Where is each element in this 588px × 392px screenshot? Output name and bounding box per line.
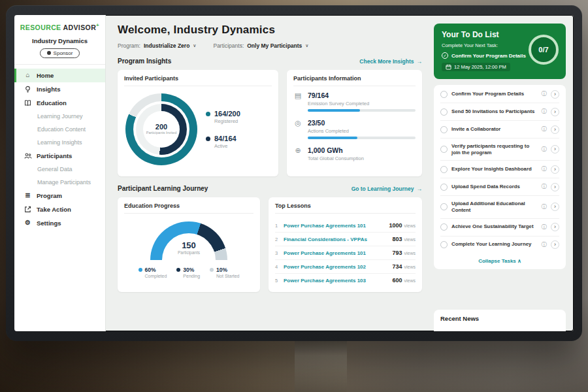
task-row-upload-spend-data[interactable]: Upload Spend Data Records ⓘ › [440, 178, 559, 196]
chevron-up-icon: ∧ [517, 258, 521, 264]
lesson-link[interactable]: Power Purchase Agreements 101 [284, 223, 389, 229]
sidebar-item-general-data[interactable]: General Data [14, 163, 105, 176]
task-row-achieve-sustainability-target[interactable]: Achieve One Sustainability Target ⓘ › [440, 219, 559, 237]
info-icon[interactable]: ⓘ [542, 108, 547, 116]
sidebar-item-label: General Data [37, 166, 73, 172]
lesson-views-suffix: views [404, 265, 416, 269]
lesson-views-suffix: views [404, 251, 416, 255]
task-label: Complete Your Learning Journey [451, 241, 538, 248]
lesson-row: 2 Financial Considerations - VPPAs 803 v… [275, 233, 416, 246]
info-icon[interactable]: ⓘ [542, 165, 547, 173]
checkbox-icon[interactable] [440, 241, 448, 248]
arrow-right-icon: → [417, 186, 423, 192]
stat-global-consumption: ⊕ 1,000 GWh Total Global Consumption [293, 146, 416, 164]
invited-donut-ring-inner: 200 Participants Invited [136, 104, 187, 155]
checkbox-icon[interactable] [440, 146, 448, 153]
task-row-explore-insights[interactable]: Explore Your Insights Dashboard ⓘ › [440, 161, 559, 178]
info-icon[interactable]: ⓘ [542, 146, 547, 154]
lesson-views-suffix: views [404, 237, 416, 242]
lesson-views: 793 [392, 250, 402, 256]
arrow-right-icon: → [417, 58, 423, 65]
task-row-complete-learning-journey[interactable]: Complete Your Learning Journey ⓘ › [440, 237, 559, 253]
info-icon[interactable]: ⓘ [542, 183, 547, 191]
sidebar-item-label: Take Action [37, 206, 71, 213]
insights-cards-row: Invited Participants 200 Participants In… [118, 70, 422, 176]
chevron-right-icon[interactable]: › [551, 203, 559, 211]
sidebar-item-program[interactable]: ≣ Program [14, 189, 105, 203]
stat-value: 23/50 [308, 119, 416, 127]
task-row-verify-participants[interactable]: Verify participants requesting to join t… [440, 139, 559, 161]
checkbox-icon[interactable] [440, 203, 448, 210]
checkbox-icon[interactable] [440, 108, 448, 116]
lesson-link[interactable]: Power Purchase Agreements 102 [284, 264, 392, 270]
checkbox-icon[interactable] [440, 184, 448, 191]
logo-plus: + [96, 22, 99, 28]
lesson-link[interactable]: Power Purchase Agreements 101 [284, 250, 392, 256]
lesson-link[interactable]: Financial Considerations - VPPAs [284, 237, 392, 242]
sidebar-item-take-action[interactable]: Take Action [14, 203, 105, 216]
info-icon[interactable]: ⓘ [542, 223, 547, 231]
info-icon[interactable]: ⓘ [542, 203, 547, 211]
participants-filter-dropdown[interactable]: Participants: Only My Participants ∨ [213, 42, 308, 49]
checkbox-icon[interactable] [440, 166, 448, 173]
sidebar-item-settings[interactable]: ⚙ Settings [14, 216, 105, 230]
chevron-right-icon[interactable]: › [551, 240, 559, 249]
sponsor-badge[interactable]: Sponsor [40, 48, 80, 58]
sidebar-item-home[interactable]: ⌂ Home [14, 69, 105, 82]
info-icon[interactable]: ⓘ [542, 241, 547, 249]
chevron-right-icon[interactable]: › [551, 165, 559, 174]
info-icon[interactable]: ⓘ [542, 125, 547, 133]
check-more-insights-link[interactable]: Check More Insights → [359, 58, 422, 65]
checkbox-icon[interactable] [440, 126, 448, 133]
legend-completed: 60% Completed [139, 267, 167, 278]
task-row-confirm-program[interactable]: Confirm Your Program Details ⓘ › [440, 86, 559, 103]
education-progress-gauge: 150 Participants 60% Completed [124, 219, 253, 278]
participants-filter-label: Participants: [213, 42, 244, 49]
gauge-center-label: Participants [178, 250, 200, 255]
lesson-rank: 2 [275, 237, 284, 242]
chevron-right-icon[interactable]: › [551, 145, 559, 154]
checkbox-icon[interactable] [440, 223, 448, 231]
card-title: Education Progress [124, 203, 253, 214]
chevron-right-icon[interactable]: › [551, 223, 559, 231]
recent-news-card: Recent News [434, 310, 566, 331]
info-icon[interactable]: ⓘ [542, 90, 547, 98]
task-row-invite-collaborator[interactable]: Invite a Collaborator ⓘ › [440, 121, 559, 139]
chevron-right-icon[interactable]: › [551, 90, 559, 99]
monitor-stand [295, 337, 347, 392]
journey-cards-row: Education Progress 150 Participants [118, 197, 422, 292]
chevron-right-icon[interactable]: › [551, 183, 559, 191]
lesson-views: 734 [392, 263, 402, 270]
sidebar-item-insights[interactable]: Insights [14, 82, 105, 96]
lesson-link[interactable]: Power Purchase Agreements 103 [284, 278, 392, 284]
sidebar-item-manage-participants[interactable]: Manage Participants [14, 176, 105, 189]
lesson-views: 1000 [389, 222, 402, 229]
program-filter-dropdown[interactable]: Program: Industrialize Zero ∨ [118, 42, 196, 49]
task-row-send-invitations[interactable]: Send 50 Invitations to Participants ⓘ › [440, 103, 559, 121]
collapse-tasks-button[interactable]: Collapse Tasks ∧ [440, 253, 559, 269]
sponsor-badge-label: Sponsor [54, 50, 73, 56]
card-title: Top Lessons [275, 203, 416, 214]
chevron-right-icon[interactable]: › [551, 108, 559, 116]
registered-value: 164/200 [214, 110, 240, 118]
sidebar-nav: ⌂ Home Insights Education [14, 69, 105, 230]
lesson-row: 1 Power Purchase Agreements 101 1000 vie… [275, 219, 416, 233]
todo-summary-card: Your To Do List Complete Your Next Task:… [434, 24, 566, 79]
chevron-right-icon[interactable]: › [551, 125, 559, 134]
sidebar-item-label: Settings [37, 220, 61, 227]
participants-filter-value: Only My Participants [247, 42, 302, 49]
task-row-upload-educational-content[interactable]: Upload Additional Educational Content ⓘ … [440, 196, 559, 218]
sidebar-item-participants[interactable]: Participants [14, 149, 105, 163]
org-name: Industry Dynamics [14, 37, 105, 44]
invited-donut-center: 200 Participants Invited [143, 111, 180, 148]
sidebar-item-education[interactable]: Education [14, 96, 105, 110]
legend-dot-registered [206, 112, 210, 116]
go-to-learning-journey-link[interactable]: Go to Learning Journey → [351, 186, 422, 192]
sidebar-item-education-content[interactable]: Education Content [14, 123, 105, 136]
info-bar-fill-1 [308, 137, 357, 139]
sidebar-item-learning-insights[interactable]: Learning Insights [14, 136, 105, 149]
legend-label: Pending [183, 274, 200, 278]
section-title: Participant Learning Journey [118, 185, 208, 192]
checkbox-icon[interactable] [440, 91, 448, 98]
sidebar-item-learning-journey[interactable]: Learning Journey [14, 110, 105, 123]
